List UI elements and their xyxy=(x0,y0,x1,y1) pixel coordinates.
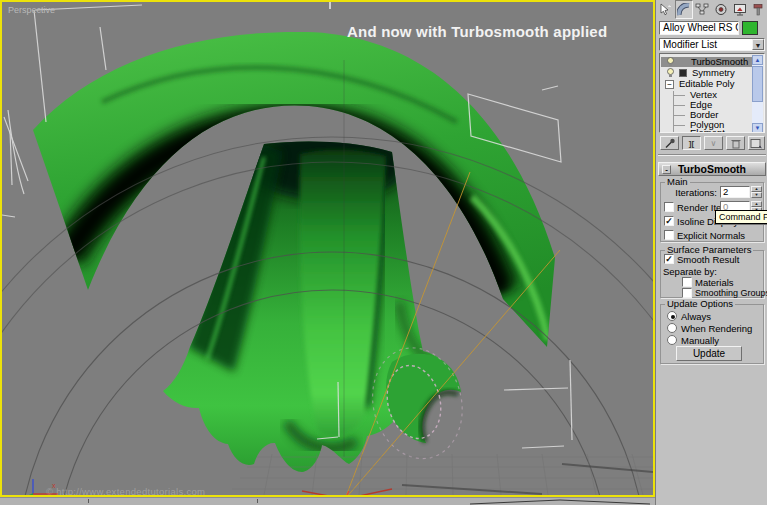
smoothing-groups-checkbox[interactable] xyxy=(682,288,692,298)
modifier-list-label: Modifier List xyxy=(663,39,717,50)
configure-modifier-sets-button[interactable] xyxy=(748,136,765,150)
spinner-down-icon[interactable]: ▼ xyxy=(751,192,762,198)
perspective-viewport[interactable]: x Perspective And now with Turbosmooth a… xyxy=(0,0,655,497)
stack-scrollbar[interactable]: ▲ ▼ xyxy=(752,55,763,133)
motion-wheel-icon xyxy=(714,3,728,16)
manually-label: Manually xyxy=(681,335,719,346)
materials-checkbox[interactable] xyxy=(682,277,692,287)
iterations-spinner[interactable]: ▲ ▼ xyxy=(751,186,762,198)
tab-modify[interactable] xyxy=(675,0,694,19)
manually-radio[interactable] xyxy=(667,335,677,345)
update-options-legend: Update Options xyxy=(665,299,735,309)
lightbulb-icon[interactable] xyxy=(666,57,675,67)
modifier-list-dropdown[interactable]: Modifier List xyxy=(659,38,765,51)
trash-icon xyxy=(730,138,742,149)
tab-hierarchy[interactable] xyxy=(693,0,712,19)
viewport-label[interactable]: Perspective xyxy=(8,5,55,15)
configure-sets-icon xyxy=(750,138,763,149)
scroll-down-icon[interactable]: ▼ xyxy=(752,123,763,133)
viewport-caption: And now with Turbosmooth applied xyxy=(347,23,607,40)
stack-item-label: TurboSmooth xyxy=(691,57,748,67)
chevron-down-icon: ▼ xyxy=(755,42,762,49)
command-panel-tabs xyxy=(656,0,767,19)
panel-divider xyxy=(658,154,766,156)
render-iters-checkbox[interactable] xyxy=(664,202,674,212)
modifier-list-arrow[interactable]: ▼ xyxy=(752,39,764,50)
scrollbar-thumb[interactable] xyxy=(752,66,763,102)
stack-item-symmetry[interactable]: Symmetry xyxy=(661,68,753,78)
remove-modifier-button[interactable] xyxy=(726,136,745,150)
track-curve xyxy=(0,498,655,505)
materials-label: Materials xyxy=(695,277,734,288)
iterations-label: Iterations: xyxy=(675,187,717,198)
check-icon: ✓ xyxy=(665,254,673,264)
turbosmooth-rollout-header[interactable]: - TurboSmooth xyxy=(658,162,766,176)
stack-item-editable-poly[interactable]: − Editable Poly xyxy=(661,79,753,89)
modifier-gizmo-icon xyxy=(679,69,687,77)
tab-utilities[interactable] xyxy=(749,0,767,19)
when-rendering-label: When Rendering xyxy=(681,323,752,334)
tab-motion[interactable] xyxy=(712,0,731,19)
utilities-hammer-icon xyxy=(751,3,765,16)
lightbulb-icon[interactable] xyxy=(666,68,675,78)
isoline-display-checkbox[interactable]: ✓ xyxy=(664,216,674,226)
expander-icon[interactable]: − xyxy=(665,80,674,89)
stack-item-turbosmooth[interactable]: TurboSmooth xyxy=(661,57,753,67)
tab-create[interactable] xyxy=(656,0,675,19)
watermark: © http://www.extendedtutorials.com xyxy=(46,486,205,497)
explicit-normals-checkbox[interactable] xyxy=(664,230,674,240)
object-name-field[interactable]: Alloy Wheel RS Capri xyxy=(659,21,739,35)
display-monitor-icon xyxy=(733,3,747,16)
main-group-legend: Main xyxy=(665,177,690,187)
object-color-swatch[interactable] xyxy=(742,21,758,35)
pushpin-icon xyxy=(664,138,676,149)
tooltip: Command Panel xyxy=(715,210,767,224)
collapse-icon[interactable]: - xyxy=(662,165,671,174)
modify-icon xyxy=(677,3,691,16)
smooth-result-checkbox[interactable]: ✓ xyxy=(664,254,674,264)
check-icon: ✓ xyxy=(665,216,673,226)
make-unique-button[interactable]: ∨ xyxy=(704,136,723,150)
always-radio[interactable] xyxy=(667,311,677,321)
smooth-result-label: Smooth Result xyxy=(677,254,739,265)
create-arrow-icon xyxy=(658,3,672,16)
stack-subobject-element[interactable]: Element xyxy=(661,128,753,133)
stack-item-label: Editable Poly xyxy=(679,79,734,89)
iterations-input[interactable]: 2 xyxy=(720,186,750,198)
always-label: Always xyxy=(681,311,711,322)
track-bar[interactable] xyxy=(0,497,655,505)
separate-by-label: Separate by: xyxy=(663,266,717,277)
show-end-result-button[interactable]: ][ xyxy=(682,136,701,150)
update-button[interactable]: Update xyxy=(676,346,742,361)
modifier-stack: TurboSmooth Symmetry − Editable Poly Ver… xyxy=(659,53,765,133)
command-panel: Alloy Wheel RS Capri Modifier List ▼ Tur… xyxy=(655,0,767,505)
scroll-up-icon[interactable]: ▲ xyxy=(752,55,763,65)
show-end-result-icon: ][ xyxy=(689,139,694,148)
make-unique-icon: ∨ xyxy=(711,139,717,148)
when-rendering-radio[interactable] xyxy=(667,323,677,333)
stack-item-label: Element xyxy=(690,128,725,133)
rollout-title: TurboSmooth xyxy=(678,163,746,175)
wheel-3d-scene: x xyxy=(2,2,653,495)
pin-stack-button[interactable] xyxy=(660,136,679,150)
hierarchy-icon xyxy=(695,3,709,16)
tab-display[interactable] xyxy=(730,0,749,19)
explicit-normals-label: Explicit Normals xyxy=(677,230,745,241)
stack-item-label: Symmetry xyxy=(692,68,735,78)
